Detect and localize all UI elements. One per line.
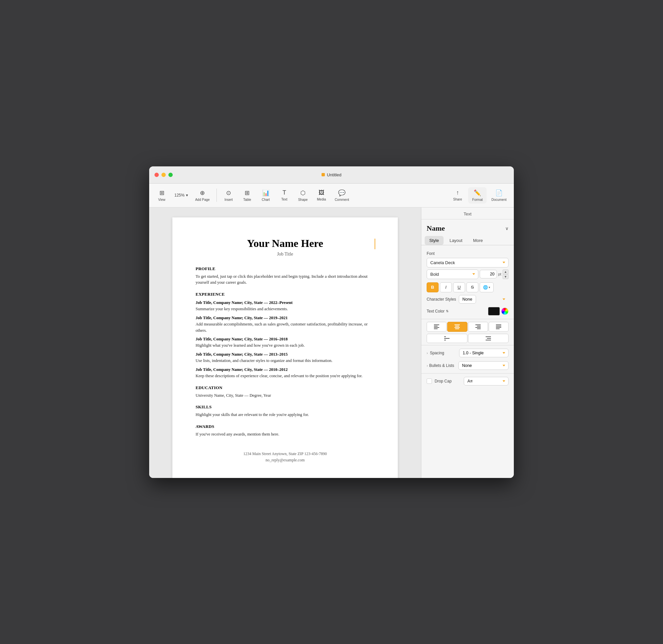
profile-body[interactable]: To get started, just tap or click this p… — [196, 273, 374, 286]
tab-layout[interactable]: Layout — [445, 236, 467, 245]
add-page-button[interactable]: ⊕ Add Page — [192, 187, 213, 204]
job-3-title[interactable]: Job Title, Company Name; City, State — 2… — [196, 337, 374, 342]
job-1-desc[interactable]: Summarize your key responsibilities and … — [196, 306, 374, 312]
text-button[interactable]: T Text — [276, 187, 293, 203]
divider-1 — [421, 319, 514, 319]
globe-chevron-icon: ▾ — [489, 286, 490, 289]
bullets-expand[interactable]: › Bullets & Lists — [427, 363, 456, 368]
media-button[interactable]: 🖼 Media — [313, 187, 330, 203]
doc-footer: 1234 Main Street Anytown, State ZIP 123-… — [196, 451, 374, 463]
skills-heading[interactable]: SKILLS — [196, 405, 374, 410]
doc-name-title[interactable]: Your Name Here — [196, 237, 374, 250]
view-button[interactable]: ⊞ View — [153, 187, 170, 204]
align-justify-button[interactable] — [489, 322, 508, 332]
education-body[interactable]: University Name, City, State — Degree, Y… — [196, 392, 374, 399]
skills-body[interactable]: Highlight your skills that are relevant … — [196, 412, 374, 418]
doc-job-title[interactable]: Job Title — [196, 252, 374, 257]
tab-more[interactable]: More — [468, 236, 488, 245]
underline-button[interactable]: U — [453, 282, 465, 292]
align-row — [421, 321, 514, 333]
align-left-button[interactable] — [427, 322, 447, 332]
shape-button[interactable]: ⬡ Shape — [294, 187, 312, 204]
chart-button[interactable]: 📊 Chart — [257, 187, 274, 204]
profile-heading[interactable]: PROFILE — [196, 266, 374, 272]
drop-cap-label: Drop Cap — [435, 379, 461, 384]
job-4-title[interactable]: Job Title, Company Name; City, State — 2… — [196, 352, 374, 357]
char-styles-label: Character Styles — [427, 297, 456, 302]
font-name-select[interactable]: Canela Deck — [427, 258, 508, 268]
text-color-label: Text Color ⇅ — [427, 309, 453, 314]
italic-button[interactable]: I — [440, 282, 452, 292]
experience-heading[interactable]: EXPERIENCE — [196, 292, 374, 297]
main-area: Your Name Here Job Title PROFILE To get … — [149, 207, 514, 478]
format-button[interactable]: ✏️ Format — [468, 187, 487, 204]
font-section: Font Canela Deck Bold Regular Italic — [421, 249, 514, 281]
svg-rect-10 — [475, 327, 481, 328]
svg-rect-19 — [486, 337, 491, 337]
document-button[interactable]: 📄 Document — [488, 187, 510, 204]
job-5-title[interactable]: Job Title, Company Name; City, State — 2… — [196, 367, 374, 372]
align-center-button[interactable] — [447, 322, 467, 332]
font-style-select-container: Bold Regular Italic — [427, 270, 478, 279]
education-heading[interactable]: EDUCATION — [196, 385, 374, 390]
job-2-title[interactable]: Job Title, Company Name; City, State — 2… — [196, 316, 374, 321]
strikethrough-button[interactable]: S — [466, 282, 478, 292]
color-wheel[interactable] — [501, 307, 508, 315]
svg-rect-21 — [486, 340, 491, 340]
sidebar-header: Text — [421, 207, 514, 220]
awards-heading[interactable]: AWARDS — [196, 424, 374, 429]
drop-cap-select[interactable]: A≡ Raised Cap Dropped Cap — [464, 377, 508, 386]
increase-indent-button[interactable] — [468, 334, 509, 343]
job-5-desc[interactable]: Keep these descriptions of experience cl… — [196, 373, 374, 379]
job-2-desc[interactable]: Add measurable accomplishments, such as … — [196, 321, 374, 334]
table-button[interactable]: ⊞ Table — [239, 187, 256, 204]
job-1-title[interactable]: Job Title, Company Name; City, State — 2… — [196, 300, 374, 305]
align-left-icon — [434, 324, 439, 329]
svg-rect-8 — [475, 324, 481, 325]
font-size-decrement[interactable]: ▼ — [503, 274, 508, 279]
svg-rect-13 — [496, 326, 501, 326]
share-icon: ↑ — [456, 189, 459, 196]
zoom-button[interactable]: 125% ▾ — [172, 191, 191, 199]
minimize-button[interactable] — [161, 173, 166, 177]
divider-3 — [421, 373, 514, 373]
drop-cap-select-container: A≡ Raised Cap Dropped Cap — [464, 377, 508, 386]
svg-rect-7 — [455, 328, 459, 329]
spacing-chevron-icon: › — [427, 351, 428, 355]
insert-button[interactable]: ⊙ Insert — [220, 187, 237, 204]
font-size-increment[interactable]: ▲ — [503, 270, 508, 274]
spacing-expand[interactable]: › Spacing — [427, 351, 456, 355]
document-icon: 📄 — [495, 189, 503, 197]
tab-style[interactable]: Style — [425, 236, 443, 245]
spacing-select[interactable]: 1.0 - Single 1.5 Lines Double — [459, 349, 508, 357]
text-icon: T — [282, 189, 286, 196]
decrease-indent-icon — [444, 337, 450, 340]
doc-area[interactable]: Your Name Here Job Title PROFILE To get … — [149, 207, 421, 478]
toolbar: ⊞ View 125% ▾ ⊕ Add Page ⊙ Insert ⊞ Tabl… — [149, 184, 514, 207]
text-color-adjust-icon: ⇅ — [446, 309, 449, 313]
bullets-row: › Bullets & Lists None Bullets Numbers — [421, 359, 514, 372]
bullets-select[interactable]: None Bullets Numbers — [458, 361, 508, 370]
color-controls — [488, 307, 508, 316]
share-button[interactable]: ↑ Share — [448, 187, 467, 203]
font-size-unit: pt — [498, 272, 501, 276]
font-label: Font — [427, 251, 453, 256]
maximize-button[interactable] — [168, 173, 173, 177]
svg-rect-9 — [477, 326, 481, 326]
awards-body[interactable]: If you've received any awards, mention t… — [196, 431, 374, 438]
close-button[interactable] — [155, 173, 159, 177]
sidebar-chevron-icon[interactable]: ∨ — [505, 226, 508, 231]
font-size-input[interactable] — [480, 270, 497, 278]
globe-button[interactable]: 🌐 ▾ — [480, 282, 494, 292]
comment-button[interactable]: 💬 Comment — [332, 187, 352, 204]
drop-cap-checkbox[interactable] — [427, 378, 432, 384]
align-right-button[interactable] — [468, 322, 488, 332]
job-3-desc[interactable]: Highlight what you've learned and how yo… — [196, 342, 374, 349]
job-4-desc[interactable]: Use lists, indentation, and character st… — [196, 358, 374, 364]
decrease-indent-button[interactable] — [427, 334, 467, 343]
bold-button[interactable]: B — [427, 282, 439, 292]
font-style-select[interactable]: Bold Regular Italic — [427, 270, 478, 279]
char-styles-select[interactable]: None — [459, 295, 476, 304]
doc-page[interactable]: Your Name Here Job Title PROFILE To get … — [173, 217, 398, 478]
color-swatch[interactable] — [488, 307, 500, 316]
